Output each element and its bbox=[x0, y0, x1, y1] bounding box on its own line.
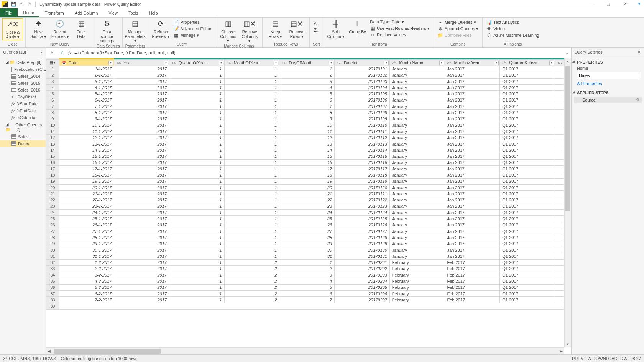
cell[interactable]: 1 bbox=[169, 297, 224, 303]
cell[interactable]: Jan 2017 bbox=[445, 128, 500, 134]
collapse-queries-icon[interactable]: ‹ bbox=[41, 50, 43, 54]
cell[interactable]: 18 bbox=[279, 172, 335, 178]
close-settings-icon[interactable]: ✕ bbox=[637, 50, 641, 55]
cell[interactable]: 20170124 bbox=[335, 210, 390, 216]
cell[interactable]: Q1 2017 bbox=[500, 203, 555, 209]
cell[interactable]: January bbox=[389, 178, 445, 184]
cell[interactable]: Q1 2017 bbox=[500, 272, 555, 278]
cell[interactable] bbox=[555, 228, 564, 234]
cell[interactable]: 2017 bbox=[114, 247, 169, 253]
cell[interactable]: Feb 2017 bbox=[445, 259, 500, 265]
cell[interactable]: Jan 2017 bbox=[445, 172, 500, 178]
cell[interactable]: 2017 bbox=[114, 265, 169, 272]
cell[interactable]: 7 bbox=[279, 103, 335, 110]
cell[interactable]: 1 bbox=[169, 197, 224, 203]
cell[interactable]: 1 bbox=[224, 203, 279, 209]
cell[interactable]: 7-2-2017 bbox=[59, 297, 114, 303]
cell[interactable]: 2017 bbox=[114, 197, 169, 203]
cell[interactable]: February bbox=[389, 278, 445, 284]
cell[interactable]: 1 bbox=[169, 210, 224, 216]
cell[interactable]: 2 bbox=[224, 278, 279, 284]
cell[interactable]: 2017 bbox=[114, 116, 169, 122]
close-and-apply-button[interactable]: ↗✕Close & Apply ▾ bbox=[2, 18, 23, 40]
cell[interactable] bbox=[555, 234, 564, 241]
cell[interactable]: 20170125 bbox=[335, 216, 390, 222]
table-row[interactable]: 1515-1-20172017111520170115JanuaryJan 20… bbox=[46, 153, 564, 159]
recent-sources-button[interactable]: 🕘Recent Sources ▾ bbox=[49, 18, 70, 39]
cell[interactable] bbox=[555, 191, 564, 197]
cell[interactable] bbox=[555, 97, 564, 103]
enter-data-button[interactable]: ▦Enter Data bbox=[71, 18, 92, 39]
cell[interactable]: January bbox=[389, 141, 445, 147]
cell[interactable]: Feb 2017 bbox=[445, 290, 500, 296]
cell[interactable] bbox=[555, 128, 564, 134]
cell[interactable]: 4-2-2017 bbox=[59, 278, 114, 284]
cell[interactable]: 1 bbox=[169, 116, 224, 122]
cell[interactable]: 2 bbox=[279, 72, 335, 78]
cell[interactable]: 1 bbox=[169, 234, 224, 241]
cell[interactable] bbox=[555, 297, 564, 303]
cell[interactable]: Q1 2017 bbox=[500, 284, 555, 290]
query-item[interactable]: 1²₃DayOffset bbox=[0, 93, 46, 100]
cell[interactable]: 20170202 bbox=[335, 265, 390, 272]
minimize-button[interactable]: — bbox=[582, 0, 600, 8]
cell[interactable]: Q1 2017 bbox=[500, 184, 555, 190]
cell[interactable]: 1 bbox=[169, 134, 224, 141]
filter-dropdown-icon[interactable]: ▾ bbox=[329, 61, 334, 65]
cell[interactable]: 2017 bbox=[114, 134, 169, 141]
tab-help[interactable]: Help bbox=[144, 8, 163, 17]
cell[interactable]: 13-1-2017 bbox=[59, 141, 114, 147]
cell[interactable]: 1 bbox=[224, 66, 279, 72]
cell[interactable] bbox=[555, 284, 564, 290]
query-item[interactable]: Sales bbox=[0, 133, 46, 140]
cell[interactable]: Jan 2017 bbox=[445, 234, 500, 241]
tab-home[interactable]: Home bbox=[18, 8, 39, 17]
cell[interactable]: 2017 bbox=[114, 103, 169, 110]
merge-queries-button[interactable]: ⫘Merge Queries ▾ bbox=[436, 19, 480, 25]
cell[interactable]: January bbox=[389, 66, 445, 72]
cell[interactable]: 1 bbox=[224, 97, 279, 103]
cell[interactable]: 3 bbox=[279, 272, 335, 278]
cell[interactable]: 1 bbox=[224, 153, 279, 159]
cell[interactable]: January bbox=[389, 103, 445, 110]
cell[interactable]: 20170119 bbox=[335, 178, 390, 184]
cell[interactable]: 1 bbox=[169, 78, 224, 84]
cell[interactable]: Jan 2017 bbox=[445, 178, 500, 184]
cell[interactable]: 7-1-2017 bbox=[59, 103, 114, 110]
folder-other-queries[interactable]: ◢ 📁 Other Queries [2] bbox=[0, 121, 46, 133]
cell[interactable]: 20170105 bbox=[335, 91, 390, 97]
expand-formula-icon[interactable]: ⌄ bbox=[565, 50, 569, 55]
filter-dropdown-icon[interactable]: ▾ bbox=[549, 61, 554, 65]
tab-add-column[interactable]: Add Column bbox=[69, 8, 104, 17]
manage-button[interactable]: ▦Manage ▾ bbox=[172, 32, 213, 38]
cell[interactable]: 1 bbox=[224, 191, 279, 197]
data-source-settings-button[interactable]: ⚙Data source settings bbox=[97, 18, 117, 44]
cell[interactable]: 20170111 bbox=[335, 128, 390, 134]
cell[interactable]: Jan 2017 bbox=[445, 147, 500, 153]
cell[interactable]: 30-1-2017 bbox=[59, 247, 114, 253]
cell[interactable]: 2017 bbox=[114, 66, 169, 72]
tab-transform[interactable]: Transform bbox=[39, 8, 69, 17]
cell[interactable]: 20170123 bbox=[335, 203, 390, 209]
cell[interactable]: Jan 2017 bbox=[445, 166, 500, 172]
cell[interactable] bbox=[555, 278, 564, 284]
cell[interactable]: January bbox=[389, 147, 445, 153]
cell[interactable]: 1 bbox=[169, 122, 224, 128]
cell[interactable]: January bbox=[389, 122, 445, 128]
cell[interactable]: Q1 2017 bbox=[500, 191, 555, 197]
table-row[interactable]: 1919-1-20172017111920170119JanuaryJan 20… bbox=[46, 178, 564, 184]
cell[interactable]: 19-1-2017 bbox=[59, 178, 114, 184]
cell[interactable]: Jan 2017 bbox=[445, 197, 500, 203]
cell[interactable]: 17-1-2017 bbox=[59, 166, 114, 172]
cell[interactable]: 28-1-2017 bbox=[59, 234, 114, 241]
cell[interactable]: 2017 bbox=[114, 216, 169, 222]
cell[interactable]: 1 bbox=[169, 253, 224, 259]
group-by-button[interactable]: ⫴Group By bbox=[347, 18, 368, 35]
cell[interactable]: 1 bbox=[169, 153, 224, 159]
cell[interactable]: 30 bbox=[279, 247, 335, 253]
cell[interactable]: 15 bbox=[279, 153, 335, 159]
cell[interactable]: 27-1-2017 bbox=[59, 228, 114, 234]
table-row[interactable]: 39 bbox=[46, 303, 564, 309]
cell[interactable] bbox=[555, 78, 564, 84]
cell[interactable]: 1 bbox=[224, 222, 279, 228]
